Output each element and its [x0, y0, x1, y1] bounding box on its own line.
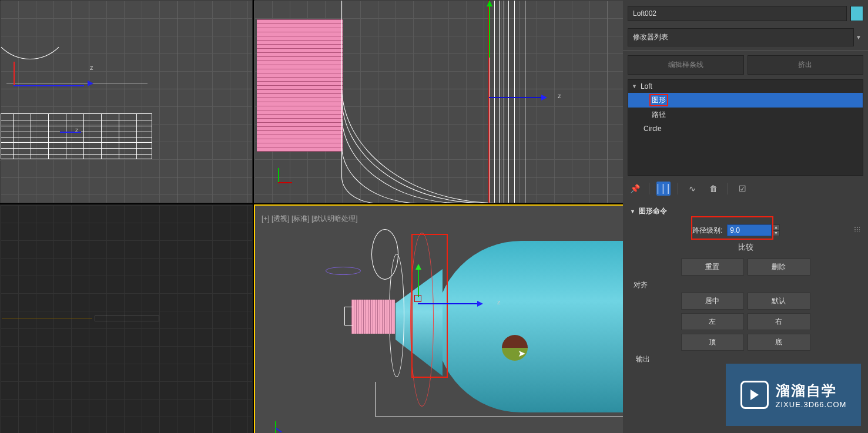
edit-spline-button[interactable]: 编辑样条线 — [628, 55, 744, 75]
spinner-up-icon[interactable]: ▲ — [772, 224, 780, 230]
configure-sets-icon[interactable]: ☑ — [735, 182, 749, 196]
watermark: 溜溜自学 ZIXUE.3D66.COM — [726, 364, 861, 426]
align-right-button[interactable]: 右 — [748, 313, 810, 330]
axis-z-label: z — [558, 92, 561, 99]
reset-button[interactable]: 重置 — [681, 259, 744, 276]
axis-gizmo — [14, 62, 15, 85]
axis-z-label: z — [90, 64, 93, 71]
cap-mesh — [351, 300, 395, 334]
rollout-header[interactable]: ▼ 图形命令 — [628, 203, 863, 220]
highlight-annotation: 图形 — [652, 95, 666, 105]
cap-tip — [344, 307, 353, 325]
viewport-top[interactable]: z z — [0, 0, 253, 203]
stack-toolbar: 📌 │││ ∿ 🗑 ☑ — [623, 176, 868, 202]
viewport-left[interactable] — [0, 204, 253, 433]
viewport-label[interactable]: [+] [透视] [标准] [默认明暗处理] — [262, 214, 358, 224]
gizmo-y-icon[interactable] — [418, 266, 419, 297]
wireframe-object: z — [1, 113, 152, 159]
highlight-annotation — [411, 234, 448, 378]
axis-z-icon — [14, 85, 84, 86]
object-color-swatch[interactable] — [850, 6, 863, 21]
extrude-button[interactable]: 挤出 — [748, 55, 864, 75]
remove-modifier-icon[interactable]: 🗑 — [706, 182, 720, 196]
cursor-icon: ➤ — [518, 348, 525, 359]
play-logo-icon — [740, 381, 769, 409]
align-top-button[interactable]: 顶 — [681, 334, 744, 351]
corner-gizmo — [278, 168, 279, 182]
align-left-button[interactable]: 左 — [681, 313, 744, 330]
axis-y-icon — [14, 62, 15, 85]
path-level-label: 路径级别: — [692, 226, 722, 236]
gizmo-plane-icon[interactable] — [414, 295, 421, 302]
collapse-icon[interactable]: ▼ — [630, 209, 635, 214]
align-default-button[interactable]: 默认 — [748, 293, 810, 310]
modifier-list-dropdown[interactable]: 修改器列表 — [628, 28, 854, 46]
shape-commands-rollout: ▼ 图形命令 路径级别: ▲ ▼ 比较 — [628, 203, 863, 370]
axis-blue — [489, 97, 545, 98]
small-ellipse — [326, 267, 361, 275]
align-label: 对齐 — [634, 280, 857, 290]
show-end-result-icon[interactable]: │││ — [656, 182, 671, 196]
wire-shape — [95, 315, 159, 321]
align-bottom-button[interactable]: 底 — [748, 334, 810, 351]
pin-icon[interactable]: 📌 — [628, 182, 642, 196]
modifier-stack[interactable]: ▼ Loft 图形 路径 Circle — [628, 79, 863, 176]
command-panel: Loft002 修改器列表 ▼ 编辑样条线 挤出 ▼ Loft 图形 路径 Ci… — [623, 0, 868, 433]
stack-item-circle[interactable]: Circle — [628, 122, 863, 135]
compare-button[interactable]: 比较 — [711, 240, 781, 255]
stack-item-shape[interactable]: 图形 — [628, 93, 863, 108]
viewport-perspective[interactable]: [+] [透视] [标准] [默认明暗处理] z ➤ — [254, 204, 624, 433]
dropdown-arrow-icon[interactable]: ▼ — [854, 34, 863, 41]
path-line — [2, 318, 92, 318]
stack-item-path[interactable]: 路径 — [628, 108, 863, 122]
path-level-spinner[interactable]: ▲ ▼ — [727, 224, 780, 236]
axis-z-label: z — [497, 298, 501, 306]
align-center-button[interactable]: 居中 — [681, 293, 744, 310]
watermark-url: ZIXUE.3D66.COM — [776, 400, 847, 409]
selected-mesh — [257, 19, 343, 152]
ground-wire — [376, 382, 624, 417]
collapse-icon[interactable]: ▼ — [632, 83, 637, 89]
make-unique-icon[interactable]: ∿ — [685, 182, 699, 196]
axis-line — [6, 83, 148, 83]
output-label: 输出 — [636, 354, 857, 364]
spinner-down-icon[interactable]: ▼ — [772, 230, 780, 236]
path-level-input[interactable] — [727, 224, 772, 236]
stack-item-loft[interactable]: ▼ Loft — [628, 80, 863, 93]
viewport-front[interactable]: z — [254, 0, 624, 203]
object-name-field[interactable]: Loft002 — [628, 6, 847, 21]
delete-button[interactable]: 删除 — [748, 259, 810, 276]
viewport-area: z z — [0, 0, 623, 433]
watermark-title: 溜溜自学 — [776, 381, 847, 400]
axis-green — [489, 1, 490, 58]
gizmo-z-icon[interactable] — [418, 303, 481, 304]
